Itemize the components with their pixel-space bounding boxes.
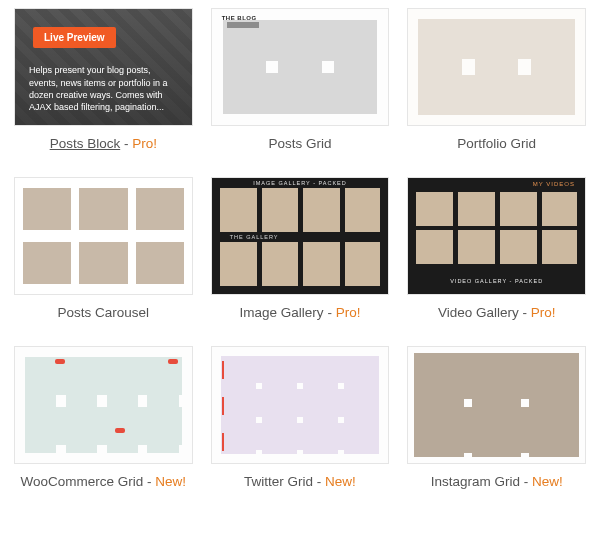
- badge-pro: Pro!: [336, 305, 361, 320]
- thumb-twitter-grid: [211, 346, 390, 464]
- badge-pro: Pro!: [531, 305, 556, 320]
- overlay-label-2: VIDEO GALLERY - PACKED: [408, 278, 585, 284]
- card-video-gallery[interactable]: MY VIDEOS VIDEO GALLERY - PACKED Video G…: [407, 177, 586, 320]
- posts-block-description: Helps present your blog posts, events, n…: [29, 64, 178, 113]
- title: WooCommerce Grid: [21, 474, 144, 489]
- badge-new: New!: [155, 474, 186, 489]
- title: Video Gallery: [438, 305, 519, 320]
- overlay-heading: THE BLOG: [222, 15, 257, 21]
- caption-portfolio-grid[interactable]: Portfolio Grid: [407, 136, 586, 151]
- accent-bar-icon: [222, 361, 224, 379]
- caption-video-gallery[interactable]: Video Gallery - Pro!: [407, 305, 586, 320]
- title: Posts Block: [50, 136, 121, 151]
- thumb-portfolio-grid: [407, 8, 586, 126]
- card-posts-grid[interactable]: THE BLOG Posts Grid: [211, 8, 390, 151]
- thumb-woocommerce-grid: [14, 346, 193, 464]
- title: Instagram Grid: [431, 474, 520, 489]
- thumb-posts-carousel: [14, 177, 193, 295]
- thumb-image-gallery: IMAGE GALLERY - PACKED THE GALLERY: [211, 177, 390, 295]
- sale-badge-icon: [168, 359, 178, 364]
- card-image-gallery[interactable]: IMAGE GALLERY - PACKED THE GALLERY Image…: [211, 177, 390, 320]
- title: Posts Carousel: [58, 305, 150, 320]
- thumb-video-gallery: MY VIDEOS VIDEO GALLERY - PACKED: [407, 177, 586, 295]
- thumb-posts-block: Live Preview Helps present your blog pos…: [14, 8, 193, 126]
- thumb-posts-grid: THE BLOG: [211, 8, 390, 126]
- caption-woocommerce-grid[interactable]: WooCommerce Grid - New!: [14, 474, 193, 489]
- card-woocommerce-grid[interactable]: WooCommerce Grid - New!: [14, 346, 193, 489]
- card-portfolio-grid[interactable]: Portfolio Grid: [407, 8, 586, 151]
- caption-twitter-grid[interactable]: Twitter Grid - New!: [211, 474, 390, 489]
- overlay-label: MY VIDEOS: [533, 181, 575, 187]
- badge-new: New!: [325, 474, 356, 489]
- template-grid: Live Preview Helps present your blog pos…: [14, 8, 586, 489]
- overlay-label-2: THE GALLERY: [230, 234, 279, 240]
- caption-posts-block[interactable]: Posts Block - Pro!: [14, 136, 193, 151]
- title: Portfolio Grid: [457, 136, 536, 151]
- title: Twitter Grid: [244, 474, 313, 489]
- sale-badge-icon: [55, 359, 65, 364]
- thumb-instagram-grid: [407, 346, 586, 464]
- badge-pro: Pro!: [132, 136, 157, 151]
- caption-posts-carousel[interactable]: Posts Carousel: [14, 305, 193, 320]
- badge-new: New!: [532, 474, 563, 489]
- caption-posts-grid[interactable]: Posts Grid: [211, 136, 390, 151]
- accent-bar-icon: [222, 397, 224, 415]
- accent-bar-icon: [222, 433, 224, 451]
- title: Image Gallery: [240, 305, 324, 320]
- card-instagram-grid[interactable]: Instagram Grid - New!: [407, 346, 586, 489]
- card-twitter-grid[interactable]: Twitter Grid - New!: [211, 346, 390, 489]
- sale-badge-icon: [115, 428, 125, 433]
- caption-image-gallery[interactable]: Image Gallery - Pro!: [211, 305, 390, 320]
- caption-instagram-grid[interactable]: Instagram Grid - New!: [407, 474, 586, 489]
- card-posts-block[interactable]: Live Preview Helps present your blog pos…: [14, 8, 193, 151]
- card-posts-carousel[interactable]: Posts Carousel: [14, 177, 193, 320]
- overlay-label: IMAGE GALLERY - PACKED: [212, 180, 389, 186]
- title: Posts Grid: [268, 136, 331, 151]
- live-preview-button[interactable]: Live Preview: [33, 27, 116, 48]
